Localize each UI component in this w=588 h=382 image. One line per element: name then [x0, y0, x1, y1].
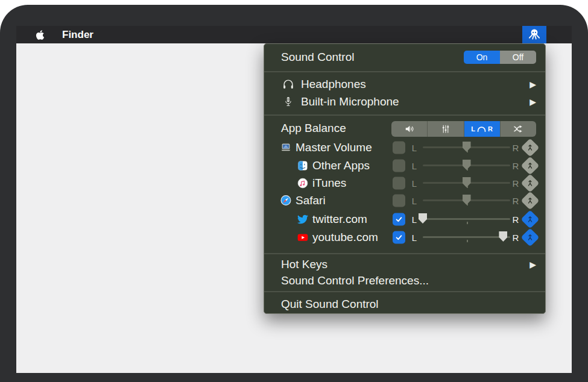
finder-icon: [297, 160, 309, 172]
route-diamond-button[interactable]: [520, 156, 539, 175]
balance-slider[interactable]: [423, 192, 510, 209]
balance-slider[interactable]: [423, 210, 510, 228]
desktop: Finder Sound Control On Off: [16, 26, 572, 373]
sound-control-menu: Sound Control On Off Headphones ▶: [264, 43, 546, 314]
laptop-icon: [280, 142, 292, 154]
balance-slider[interactable]: [423, 157, 510, 174]
balance-left-label: L: [407, 195, 422, 205]
on-off-toggle: On Off: [464, 51, 536, 64]
slider-thumb[interactable]: [499, 231, 507, 242]
itunes-icon: [297, 177, 309, 189]
slider-track: [423, 236, 510, 238]
app-row-youtube: youtube.com L R: [264, 228, 545, 246]
headphone-balance-icon: [476, 125, 487, 133]
balance-left-label: L: [407, 142, 422, 152]
menu-item-hot-keys[interactable]: Hot Keys ▶: [264, 256, 545, 273]
youtube-icon: [297, 231, 309, 243]
app-row-safari: Safari L R: [264, 192, 545, 209]
app-checkbox[interactable]: [393, 231, 405, 243]
balance-r-label: R: [488, 125, 493, 133]
twitter-icon: [297, 213, 309, 225]
octopus-sound-control-icon: [526, 27, 542, 43]
menu-title: Sound Control: [281, 51, 354, 64]
menu-item-preferences[interactable]: Sound Control Preferences...: [264, 272, 545, 289]
slider-center-tick: [467, 222, 468, 224]
balance-slider[interactable]: [423, 174, 510, 192]
menu-bar: Finder: [16, 26, 572, 43]
slider-thumb[interactable]: [463, 177, 471, 187]
submenu-arrow-icon: ▶: [530, 80, 536, 89]
app-label: twitter.com: [312, 213, 367, 226]
headphones-icon: [281, 77, 296, 92]
app-row-master-volume: Master Volume L R: [264, 139, 545, 156]
app-label: youtube.com: [312, 231, 378, 244]
route-diamond-button[interactable]: [520, 191, 539, 210]
app-label: Master Volume: [296, 141, 372, 154]
app-checkbox[interactable]: [393, 177, 405, 189]
app-row-other-apps: Other Apps L R: [264, 157, 545, 174]
balance-right-label: R: [508, 232, 523, 242]
app-checkbox[interactable]: [393, 213, 405, 225]
menu-item-quit[interactable]: Quit Sound Control: [264, 295, 545, 313]
separator: [264, 114, 545, 116]
off-button[interactable]: Off: [500, 51, 536, 64]
slider-thumb[interactable]: [463, 142, 471, 152]
app-checkbox[interactable]: [393, 141, 405, 154]
balance-mode-segmented-control: L R: [391, 121, 536, 137]
slider-track: [423, 218, 510, 220]
slider-center-tick: [467, 240, 468, 242]
menu-item-label: Headphones: [301, 78, 366, 91]
headphone-balance-segment[interactable]: L R: [464, 121, 500, 137]
separator: [264, 71, 545, 72]
menu-header: Sound Control On Off: [264, 44, 545, 70]
shuffle-segment[interactable]: [500, 121, 536, 137]
app-label: iTunes: [312, 177, 346, 190]
balance-slider[interactable]: [423, 139, 510, 156]
volume-segment[interactable]: [391, 121, 427, 137]
volume-icon: [403, 123, 416, 135]
menu-item-label: Built-in Microphone: [301, 95, 399, 108]
submenu-arrow-icon: ▶: [530, 260, 536, 269]
microphone-icon: [281, 95, 296, 109]
balance-right-label: R: [508, 178, 523, 188]
balance-left-label: L: [407, 232, 422, 242]
app-label: Safari: [296, 194, 326, 207]
menu-item-built-in-microphone[interactable]: Built-in Microphone ▶: [264, 93, 545, 110]
menu-item-label: Quit Sound Control: [281, 298, 379, 311]
slider-thumb[interactable]: [463, 195, 471, 205]
balance-right-label: R: [508, 160, 523, 171]
route-diamond-button[interactable]: [520, 210, 539, 228]
separator: [264, 291, 545, 292]
apple-icon[interactable]: [35, 29, 45, 40]
route-diamond-button[interactable]: [520, 174, 539, 192]
balance-l-label: L: [471, 125, 475, 133]
separator: [264, 253, 545, 254]
slider-thumb[interactable]: [463, 160, 471, 170]
active-app-name[interactable]: Finder: [62, 26, 93, 43]
menu-item-headphones[interactable]: Headphones ▶: [264, 75, 545, 93]
app-row-itunes: iTunes L R: [264, 174, 545, 192]
shuffle-icon: [512, 123, 524, 135]
app-label: Other Apps: [312, 159, 370, 172]
balance-left-label: L: [407, 178, 422, 188]
on-button[interactable]: On: [464, 51, 500, 64]
equalizer-segment[interactable]: [427, 121, 463, 137]
balance-right-label: R: [508, 214, 523, 224]
balance-slider[interactable]: [423, 228, 510, 246]
safari-icon: [280, 195, 292, 207]
submenu-arrow-icon: ▶: [530, 97, 536, 107]
equalizer-icon: [440, 124, 451, 134]
balance-right-label: R: [508, 142, 523, 152]
app-checkbox[interactable]: [393, 194, 405, 207]
route-diamond-button[interactable]: [520, 138, 539, 157]
app-balance-label: App Balance: [281, 122, 346, 135]
app-checkbox[interactable]: [393, 159, 405, 172]
sound-control-menubar-button[interactable]: [522, 26, 546, 43]
app-row-twitter: twitter.com L R: [264, 210, 545, 228]
balance-right-label: R: [508, 195, 523, 205]
menu-item-label: Sound Control Preferences...: [281, 274, 429, 287]
menu-item-label: Hot Keys: [281, 258, 327, 271]
route-diamond-button[interactable]: [520, 228, 539, 246]
balance-left-label: L: [407, 160, 422, 171]
